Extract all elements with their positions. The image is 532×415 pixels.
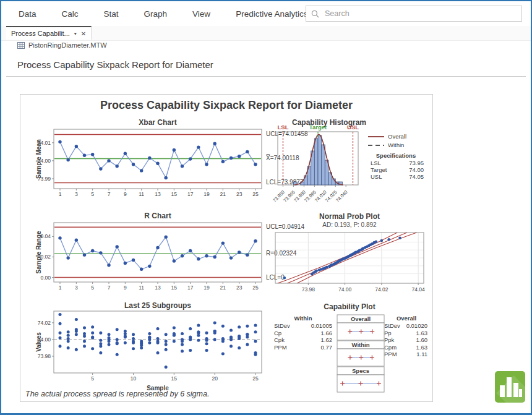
svg-text:USL: USL [371, 173, 382, 180]
tab-strip: Process Capabilit... ▾ ✕ [1, 26, 531, 41]
menu-calc[interactable]: Calc [62, 9, 79, 19]
app-window: Data Calc Stat Graph View Predictive Ana… [0, 0, 532, 415]
svg-text:21: 21 [220, 285, 226, 291]
svg-text:10: 10 [131, 375, 137, 382]
svg-text:PPM: PPM [384, 351, 397, 357]
svg-text:Specifications: Specifications [376, 152, 416, 159]
report-footnote: The actual process spread is represented… [25, 390, 209, 398]
svg-text:USL: USL [347, 124, 359, 130]
logo-bar [519, 389, 522, 397]
logo-bar [507, 377, 512, 397]
svg-text:Overall: Overall [397, 315, 416, 322]
svg-text:Target: Target [309, 124, 327, 130]
svg-text:Last 25 Subgroups: Last 25 Subgroups [124, 301, 191, 310]
svg-text:15: 15 [171, 191, 178, 197]
svg-text:PPM: PPM [274, 344, 287, 351]
normal-prob-plot[interactable]: Normal Prob PlotAD: 0.193, P: 0.89273.98… [268, 212, 431, 301]
svg-text:74.00: 74.00 [409, 166, 424, 173]
svg-text:Sample Mean: Sample Mean [35, 139, 42, 179]
svg-text:Cp: Cp [274, 330, 281, 336]
svg-text:0.00: 0.00 [40, 275, 51, 281]
svg-text:LSL: LSL [278, 124, 289, 130]
svg-text:1.11: 1.11 [416, 351, 427, 357]
svg-text:7: 7 [108, 285, 111, 291]
svg-text:1: 1 [59, 285, 62, 291]
svg-text:Values: Values [35, 332, 42, 352]
svg-text:74.02: 74.02 [375, 286, 388, 293]
svg-text:74.040: 74.040 [335, 189, 349, 203]
svg-text:Cpm: Cpm [384, 344, 397, 351]
svg-text:23: 23 [236, 285, 242, 291]
svg-text:17: 17 [187, 191, 194, 197]
svg-text:73.98: 73.98 [302, 286, 315, 293]
svg-text:74.02: 74.02 [38, 320, 51, 326]
svg-text:Within: Within [294, 315, 312, 322]
svg-text:1.62: 1.62 [321, 336, 333, 343]
svg-text:11: 11 [139, 191, 144, 197]
page-title: Process Capability Sixpack Report for Di… [17, 59, 213, 70]
svg-text:Normal Prob Plot: Normal Prob Plot [319, 212, 380, 221]
svg-text:13: 13 [155, 285, 161, 291]
sixpack-report[interactable]: Process Capability Sixpack Report for Di… [20, 94, 433, 402]
svg-text:9: 9 [124, 191, 127, 197]
svg-text:StDev: StDev [384, 322, 400, 329]
tab-process-capability[interactable]: Process Capabilit... ▾ ✕ [6, 26, 92, 40]
svg-text:19: 19 [204, 191, 210, 197]
menu-data[interactable]: Data [19, 9, 36, 19]
svg-text:LSL: LSL [371, 160, 381, 166]
svg-text:Xbar Chart: Xbar Chart [139, 118, 176, 127]
svg-text:23: 23 [236, 191, 242, 197]
svg-text:7: 7 [108, 191, 111, 197]
svg-text:9: 9 [124, 285, 127, 291]
logo-bar [500, 385, 505, 397]
svg-text:25: 25 [252, 375, 259, 382]
worksheet-grid-icon [17, 42, 25, 49]
svg-text:Within: Within [388, 142, 404, 148]
svg-text:StDev: StDev [274, 322, 290, 329]
svg-text:74.04: 74.04 [411, 286, 425, 293]
search-input[interactable] [324, 9, 517, 19]
worksheet-row[interactable]: PistonRingDiameter.MTW [17, 41, 107, 49]
svg-text:73.95: 73.95 [409, 160, 424, 166]
svg-text:Sample Range: Sample Range [35, 231, 42, 273]
worksheet-name: PistonRingDiameter.MTW [28, 41, 107, 49]
svg-text:5: 5 [91, 375, 94, 382]
svg-text:Overall: Overall [388, 133, 406, 140]
svg-text:Within: Within [352, 341, 370, 348]
close-icon[interactable]: ✕ [81, 30, 86, 37]
svg-text:3: 3 [75, 191, 78, 197]
svg-text:Pp: Pp [384, 330, 392, 336]
svg-text:Specs: Specs [352, 367, 369, 374]
svg-text:0.01020: 0.01020 [406, 322, 427, 329]
svg-text:1.63: 1.63 [416, 344, 428, 351]
svg-text:5: 5 [91, 191, 94, 197]
svg-text:Ppk: Ppk [384, 336, 395, 343]
capability-plot[interactable]: Capability PlotWithinStDev0.01005Cp1.66C… [268, 301, 431, 399]
menu-view[interactable]: View [192, 9, 210, 19]
svg-text:13: 13 [155, 191, 161, 197]
report-title: Process Capability Sixpack Report for Di… [20, 99, 432, 112]
menu-graph[interactable]: Graph [144, 9, 168, 19]
svg-text:25: 25 [252, 191, 259, 197]
search-box[interactable] [306, 6, 522, 22]
svg-text:R Chart: R Chart [144, 212, 171, 220]
svg-text:15: 15 [171, 285, 178, 291]
heading-divider [6, 76, 526, 77]
svg-text:21: 21 [220, 191, 226, 197]
svg-text:0.01005: 0.01005 [311, 322, 332, 329]
tab-label: Process Capabilit... [11, 30, 70, 37]
capability-histogram[interactable]: Capability HistogramLSLTargetUSL73.95073… [268, 118, 431, 212]
svg-text:5: 5 [91, 285, 94, 291]
svg-text:25: 25 [252, 285, 259, 291]
svg-text:17: 17 [187, 285, 194, 291]
svg-text:Capability Plot: Capability Plot [324, 302, 375, 311]
menu-stat[interactable]: Stat [104, 9, 119, 19]
svg-text:1.63: 1.63 [416, 330, 428, 336]
svg-text:1.60: 1.60 [416, 336, 428, 343]
svg-text:3: 3 [75, 285, 78, 291]
chevron-down-icon[interactable]: ▾ [74, 31, 77, 36]
svg-text:74.00: 74.00 [338, 286, 352, 293]
svg-text:1: 1 [59, 191, 62, 197]
minitab-logo-icon [495, 371, 525, 403]
svg-text:20: 20 [212, 375, 218, 382]
